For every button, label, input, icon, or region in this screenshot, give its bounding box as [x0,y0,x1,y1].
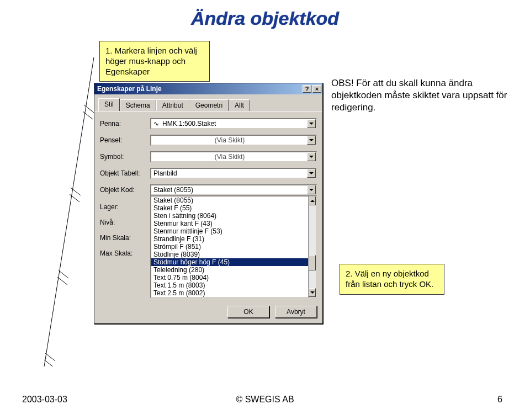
list-item[interactable]: Sten i sättning (8064) [151,212,308,220]
svg-line-0 [44,57,94,366]
chevron-down-icon[interactable] [307,185,316,194]
combo-tabell-value: Planbild [153,169,306,177]
tab-stil[interactable]: Stil [98,98,120,111]
list-item[interactable]: Text 2.5 m (8002) [151,289,308,297]
combo-tabell[interactable]: Planbild [150,168,317,179]
svg-line-7 [45,353,55,361]
combo-kod-value: Staket (8055) [153,186,306,194]
label-kod: Objekt Kod: [100,186,147,194]
dialog-tabs: Stil Schema Attribut Geometri Allt [94,94,322,111]
label-tabell: Objekt Tabell: [100,169,147,177]
tab-schema[interactable]: Schema [120,99,156,111]
list-item[interactable]: Strömpil F (851) [151,243,308,251]
chevron-down-icon[interactable] [307,169,316,178]
chevron-down-icon[interactable] [307,152,316,161]
label-lager: Lager: [100,203,147,211]
chevron-down-icon[interactable] [307,119,316,128]
close-button[interactable]: × [312,85,321,93]
footer-page-number: 6 [497,395,502,405]
footer-copyright: © SWEGIS AB [0,395,530,405]
list-item[interactable]: Staket (8055) [151,196,308,204]
svg-line-5 [59,270,68,278]
list-item[interactable]: Stödlinje (8039) [151,251,308,258]
combo-penna[interactable]: ∿ HMK.1:500.Staket [150,118,317,129]
list-item[interactable]: Text 1.5 m (8003) [151,281,308,289]
list-scrollbar[interactable] [308,195,317,298]
combo-symbol[interactable]: (Via Skikt) [150,151,317,162]
combo-pensel-value: (Via Skikt) [153,136,306,144]
note-obs: OBS! För att du skall kunna ändra objekt… [331,77,508,114]
chevron-down-icon[interactable] [307,136,316,145]
list-item[interactable]: Stenmur mittlinje F (53) [151,227,308,235]
label-penna: Penna: [100,120,147,127]
list-item[interactable]: Stödmur höger hög F (45) [151,258,308,266]
label-pensel: Pensel: [100,136,147,144]
help-button[interactable]: ? [303,85,311,93]
label-minskala: Min Skala: [100,234,147,242]
cancel-button[interactable]: Avbryt [275,306,317,318]
tab-geometri[interactable]: Geometri [189,99,229,111]
tab-attribut[interactable]: Attribut [156,99,189,111]
svg-line-8 [44,360,54,366]
callout-step-1: 1. Markera linjen och välj höger mus-kna… [99,41,210,82]
ok-button[interactable]: OK [227,306,269,318]
combo-pensel[interactable]: (Via Skikt) [150,135,317,146]
line-style-icon: ∿ [153,120,162,127]
callout-step-2: 2. Välj en ny objektkod från listan och … [340,264,444,295]
list-item[interactable]: Text 0.75 m (8004) [151,274,308,281]
dialog-body: Penna: ∿ HMK.1:500.Staket Pensel: (Via S… [94,111,322,302]
dialog-titlebar[interactable]: Egenskaper på Linje ? × [94,83,322,94]
list-item[interactable]: Strandlinje F (31) [151,235,308,243]
list-item[interactable]: Teleledning (280) [151,266,308,274]
scroll-track[interactable] [309,205,316,288]
page-title: Ändra objektkod [0,8,530,29]
label-niva: Nivå: [100,219,147,226]
label-symbol: Symbol: [100,153,147,161]
combo-penna-value: HMK.1:500.Staket [162,120,306,127]
combo-kod[interactable]: Staket (8055) [150,184,317,195]
scroll-down-button[interactable] [309,288,316,297]
tab-allt[interactable]: Allt [229,99,250,111]
list-item[interactable]: Stenmur kant F (43) [151,220,308,227]
svg-line-6 [57,277,67,285]
scroll-up-button[interactable] [309,196,316,205]
properties-dialog: Egenskaper på Linje ? × Stil Schema Attr… [94,83,323,324]
list-item[interactable]: Staket F (55) [151,204,308,212]
label-maxskala: Max Skala: [100,249,147,257]
scroll-thumb[interactable] [309,255,316,270]
kod-dropdown-list[interactable]: Staket (8055)Staket F (55)Sten i sättnin… [150,195,308,298]
combo-symbol-value: (Via Skikt) [153,153,306,161]
dialog-title: Egenskaper på Linje [97,85,303,93]
